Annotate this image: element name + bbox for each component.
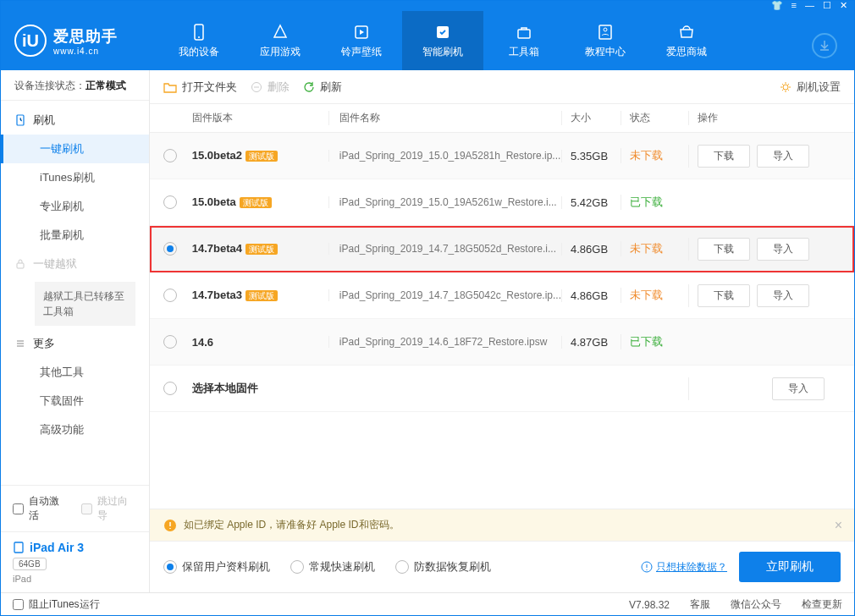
nav-tab-0[interactable]: 我的设备 <box>158 11 240 70</box>
alert-close-icon[interactable]: × <box>835 518 842 533</box>
sidebar-item[interactable]: 专业刷机 <box>1 192 149 221</box>
footer-update[interactable]: 检查更新 <box>802 597 842 612</box>
import-button[interactable]: 导入 <box>772 377 825 400</box>
table-row[interactable]: 14.7beta3测试版iPad_Spring_2019_14.7_18G504… <box>150 272 854 319</box>
erase-data-link[interactable]: 只想抹除数据？ <box>656 560 727 575</box>
table-row[interactable]: 15.0beta2测试版iPad_Spring_2019_15.0_19A528… <box>150 133 854 179</box>
nav-tab-2[interactable]: 铃声壁纸 <box>321 11 402 70</box>
flash-option-1[interactable]: 常规快速刷机 <box>290 559 375 575</box>
svg-rect-8 <box>17 263 24 268</box>
menu-icon[interactable]: ≡ <box>792 0 797 11</box>
row-radio[interactable] <box>163 149 177 162</box>
brand-logo: iU 爱思助手 www.i4.cn <box>14 25 158 57</box>
svg-rect-4 <box>518 30 530 38</box>
row-radio[interactable] <box>163 289 177 302</box>
table-row[interactable]: 14.7beta4测试版iPad_Spring_2019_14.7_18G505… <box>150 226 854 272</box>
delete-button: 删除 <box>251 80 290 95</box>
maximize-icon[interactable]: ☐ <box>823 0 831 11</box>
flash-settings-button[interactable]: 刷机设置 <box>780 80 841 95</box>
sidebar-group-more[interactable]: 更多 <box>1 329 149 358</box>
sidebar-item[interactable]: 其他工具 <box>1 358 149 387</box>
device-info[interactable]: iPad Air 3 64GB iPad <box>1 531 149 592</box>
nav-tab-3[interactable]: 智能刷机 <box>402 11 483 70</box>
download-button[interactable]: 下载 <box>698 238 750 261</box>
sidebar-item[interactable]: 批量刷机 <box>1 221 149 250</box>
sidebar-group-jailbreak: 一键越狱 <box>1 250 149 278</box>
minimize-icon[interactable]: — <box>805 0 814 11</box>
download-button[interactable]: 下载 <box>698 284 750 307</box>
row-radio[interactable] <box>163 335 177 349</box>
jailbreak-note: 越狱工具已转移至工具箱 <box>35 282 135 326</box>
import-button[interactable]: 导入 <box>757 238 809 261</box>
close-icon[interactable]: ✕ <box>840 0 847 11</box>
sidebar-item[interactable]: 高级功能 <box>1 415 149 444</box>
nav-tab-6[interactable]: 爱思商城 <box>646 11 727 70</box>
nav-tab-4[interactable]: 工具箱 <box>483 11 565 70</box>
connection-status: 设备连接状态：正常模式 <box>1 70 149 101</box>
row-radio[interactable] <box>163 382 177 395</box>
sidebar-item[interactable]: 一键刷机 <box>1 135 149 163</box>
import-button[interactable]: 导入 <box>757 145 809 168</box>
svg-point-6 <box>604 28 607 31</box>
table-row[interactable]: 14.6iPad_Spring_2019_14.6_18F72_Restore.… <box>150 319 854 366</box>
skip-guide-checkbox[interactable]: 跳过向导 <box>81 494 136 523</box>
version-label: V7.98.32 <box>629 599 670 611</box>
svg-rect-9 <box>14 542 23 553</box>
auto-activate-checkbox[interactable]: 自动激活 <box>13 494 68 523</box>
refresh-button[interactable]: 刷新 <box>303 80 342 95</box>
sidebar-group-flash[interactable]: 刷机 <box>1 106 149 135</box>
nav-tab-1[interactable]: 应用游戏 <box>240 11 321 70</box>
flash-option-2[interactable]: 防数据恢复刷机 <box>395 559 491 575</box>
flash-now-button[interactable]: 立即刷机 <box>739 552 841 582</box>
flash-option-0[interactable]: 保留用户资料刷机 <box>163 559 270 575</box>
row-radio[interactable] <box>163 195 177 209</box>
svg-point-1 <box>198 36 200 38</box>
local-firmware-row[interactable]: 选择本地固件导入 <box>150 366 854 412</box>
apple-id-alert: 如已绑定 Apple ID，请准备好 Apple ID和密码。 × <box>150 509 854 541</box>
block-itunes-checkbox[interactable]: 阻止iTunes运行 <box>13 597 100 612</box>
download-manager-button[interactable] <box>812 33 837 58</box>
svg-point-11 <box>783 85 788 90</box>
sidebar-item[interactable]: 下载固件 <box>1 387 149 415</box>
table-header: 固件版本 固件名称 大小 状态 操作 <box>150 104 854 133</box>
import-button[interactable]: 导入 <box>757 284 809 307</box>
table-row[interactable]: 15.0beta测试版iPad_Spring_2019_15.0_19A5261… <box>150 179 854 226</box>
download-button[interactable]: 下载 <box>698 145 750 168</box>
svg-rect-5 <box>599 25 611 39</box>
footer-support[interactable]: 客服 <box>690 597 710 612</box>
open-folder-button[interactable]: 打开文件夹 <box>163 80 237 95</box>
sidebar-item[interactable]: iTunes刷机 <box>1 163 149 192</box>
row-radio[interactable] <box>163 242 177 256</box>
nav-tab-5[interactable]: 教程中心 <box>565 11 646 70</box>
footer-wechat[interactable]: 微信公众号 <box>731 597 781 612</box>
shirt-icon[interactable]: 👕 <box>771 0 783 11</box>
